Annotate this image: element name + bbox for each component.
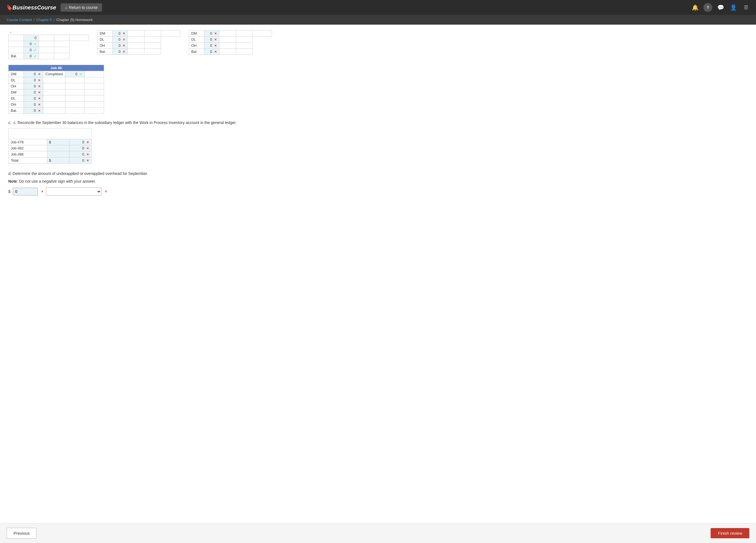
- job86-title: Job 86: [9, 65, 104, 71]
- table-row: DM 0 ✕: [189, 30, 272, 37]
- job86-oh2-row: OH 0 ✕: [9, 102, 104, 108]
- schedule-job86-row: Job #86 0 ✕: [9, 151, 92, 157]
- note-rest: : Do not use a negative sign with your a…: [17, 179, 96, 183]
- dropdown-x-mark: ✕: [105, 190, 107, 193]
- schedule-title1: Schedule of Job Cost Records: [11, 130, 89, 134]
- breadcrumb-sep-1: /: [33, 18, 35, 22]
- schedule-section: Schedule of Job Cost Records September 3…: [8, 128, 346, 164]
- job86-dm-row: DM 0 ✕ Completed 0 ✓: [9, 71, 104, 77]
- section-c-text: c. c. Reconcile the September 30 balance…: [8, 120, 346, 125]
- job86-dl2-row: DL 0 ✕: [9, 95, 104, 102]
- section-c-description: c. Reconcile the September 30 balances i…: [14, 120, 237, 125]
- breadcrumb-sep-2: /: [54, 18, 55, 22]
- nav-right: 🔔 ? 💬 👤 ☰: [691, 3, 750, 12]
- home-icon: ⌂: [65, 5, 67, 10]
- job86-header-row: Job 86: [9, 65, 104, 71]
- breadcrumb: Course Content / Chapter 5 / Chapter (5)…: [0, 15, 756, 25]
- table-row: 0 ✓: [9, 47, 89, 53]
- return-label: Return to course: [69, 5, 98, 10]
- partial-table-3: DM 0 ✕ DL 0 ✕ OH 0 ✕: [189, 30, 272, 59]
- top-navigation: 🔖BusinessCourse ⌂ Return to course 🔔 ? 💬…: [0, 0, 756, 15]
- table-row: 0 ✓: [9, 41, 89, 47]
- note-text: Note: Do not use a negative sign with yo…: [8, 179, 346, 183]
- job86-bal-row: Bal. 0 ✕: [9, 108, 104, 114]
- schedule-total-row: Total $ 0 ✕: [9, 157, 92, 164]
- table-row: OH 0 ✕: [189, 43, 272, 49]
- section-d-text: d. Determine the amount of underapplied …: [8, 171, 346, 176]
- notification-icon[interactable]: 🔔: [691, 3, 700, 12]
- chat-icon[interactable]: 💬: [716, 3, 725, 12]
- table-row: DL 0 ✕: [189, 37, 272, 43]
- schedule-header-row: Schedule of Job Cost Records September 3…: [9, 128, 92, 139]
- table-row: DL 0 ✕: [97, 37, 180, 43]
- job86-oh-row: OH 0 ✕: [9, 83, 104, 89]
- overhead-type-dropdown[interactable]: Underapplied Overapplied: [46, 187, 101, 196]
- brand-logo: 🔖BusinessCourse: [6, 4, 56, 11]
- nav-left: 🔖BusinessCourse ⌂ Return to course: [6, 3, 102, 12]
- section-c-label: c.: [8, 120, 11, 125]
- job86-section: Job 86 DM 0 ✕ Completed 0 ✓ DL 0 ✕ OH 0 …: [8, 65, 346, 114]
- amount-x-mark: ✕: [41, 190, 44, 193]
- breadcrumb-course-content[interactable]: Course Content: [7, 18, 32, 22]
- breadcrumb-chapter[interactable]: Chapter 5: [36, 18, 52, 22]
- table-row: DM 0 ✕: [97, 30, 180, 37]
- section-d-description: Determine the amount of underapplied or …: [13, 171, 148, 176]
- job86-dl-row: DL 0 ✕: [9, 77, 104, 83]
- schedule-job82-row: Job #82 0 ✕: [9, 145, 92, 151]
- schedule-title2: September 30: [11, 134, 89, 138]
- note-bold: Note: [8, 179, 17, 183]
- answer-row: $ ✕ Underapplied Overapplied ✕: [8, 187, 346, 196]
- partial-tables-row: ✓ 0 0 ✓ 0 ✓: [8, 30, 346, 59]
- partial-table-1: ✓ 0 0 ✓ 0 ✓: [8, 30, 89, 59]
- table-row: OH 0 ✕: [97, 43, 180, 49]
- bal-row: Bal. 0 ✓: [9, 53, 89, 59]
- brand-name: BusinessCourse: [12, 4, 56, 11]
- completed-label: Completed: [43, 71, 65, 77]
- overhead-amount-input[interactable]: [13, 188, 38, 195]
- help-icon[interactable]: ?: [703, 3, 712, 12]
- table-row: 0: [9, 35, 89, 41]
- bal-row: Bal. 0 ✕: [189, 49, 272, 55]
- breadcrumb-current-page: Chapter (5) Homework: [56, 18, 93, 22]
- main-content: ✓ 0 0 ✓ 0 ✓: [0, 25, 354, 223]
- partial-table-2: DM 0 ✕ DL 0 ✕ OH 0 ✕: [97, 30, 180, 59]
- schedule-job78-row: Job #78 $ 0 ✕: [9, 139, 92, 145]
- menu-icon[interactable]: ☰: [742, 3, 750, 12]
- user-icon[interactable]: 👤: [729, 3, 738, 12]
- job86-dm2-row: DM 0 ✕: [9, 89, 104, 95]
- return-to-course-button[interactable]: ⌂ Return to course: [61, 3, 102, 12]
- dollar-sign: $: [8, 189, 11, 194]
- bal-row: Bal. 0 ✕: [97, 49, 180, 55]
- section-d-label: d.: [8, 171, 12, 176]
